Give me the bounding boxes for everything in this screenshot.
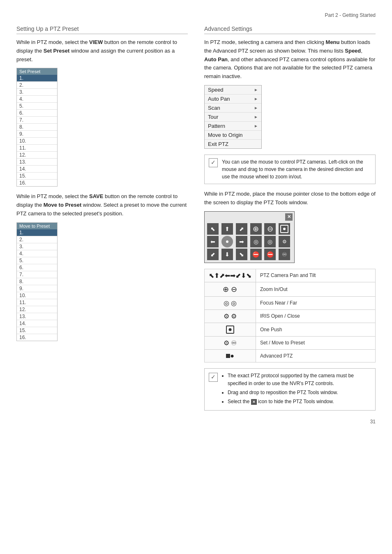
preset-item-2[interactable]: 2. bbox=[17, 82, 57, 89]
para2-right: While in PTZ mode, place the mouse point… bbox=[204, 190, 376, 207]
menu-label-pattern: Pattern bbox=[208, 123, 225, 129]
preset-item-11[interactable]: 11. bbox=[17, 145, 57, 152]
label-iris: IRIS Open / Close bbox=[256, 309, 376, 323]
preset-item-15[interactable]: 15. bbox=[17, 173, 57, 180]
preset-item-4[interactable]: 4. bbox=[17, 96, 57, 103]
ptz-btn-up[interactable]: ⬆ bbox=[221, 223, 233, 235]
bullet-note-box: ✓ The exact PTZ protocol supported by th… bbox=[204, 368, 376, 411]
preset-item-14[interactable]: 14. bbox=[17, 166, 57, 173]
ptz-btn-upleft[interactable]: ⬉ bbox=[207, 223, 219, 235]
menu-arrow-autopan: ► bbox=[254, 97, 258, 101]
label-preset: Set / Move to Preset bbox=[256, 336, 376, 349]
preset-item-13[interactable]: 13. bbox=[17, 159, 57, 166]
set-preset-box: Set Preset 1. 2. 3. 4. 5. 6. 7. 8. 9. 10… bbox=[16, 68, 58, 187]
ptz-btn-movepreset[interactable]: ♾ bbox=[279, 249, 290, 260]
move-preset-item-6[interactable]: 6. bbox=[17, 264, 57, 271]
x-icon-inline: ✕ bbox=[251, 399, 257, 405]
move-preset-item-16[interactable]: 16. bbox=[17, 334, 57, 341]
menu-item-movetoorigin[interactable]: Move to Origin bbox=[205, 131, 261, 140]
move-preset-item-14[interactable]: 14. bbox=[17, 320, 57, 327]
label-zoom: Zoom In/Out bbox=[256, 282, 376, 296]
preset-item-16[interactable]: 16. bbox=[17, 180, 57, 186]
icon-focus: ◎ ◎ bbox=[205, 296, 256, 309]
ptz-btn-zoomout[interactable]: ⊖ bbox=[264, 223, 276, 235]
label-focus: Focus Near / Far bbox=[256, 296, 376, 309]
icon-row-iris: ⚙ ⚙ IRIS Open / Close bbox=[205, 309, 376, 323]
icon-row-zoom: ⊕ ⊖ Zoom In/Out bbox=[205, 282, 376, 296]
ptz-btn-iris-close[interactable]: ⛔ bbox=[264, 249, 276, 260]
ptz-btn-upright[interactable]: ⬈ bbox=[236, 223, 247, 235]
icon-row-preset: ⚙ ♾ Set / Move to Preset bbox=[205, 336, 376, 349]
menu-item-scan[interactable]: Scan ► bbox=[205, 104, 261, 113]
menu-arrow-speed: ► bbox=[254, 88, 258, 92]
preset-item-10[interactable]: 10. bbox=[17, 138, 57, 145]
move-preset-item-4[interactable]: 4. bbox=[17, 250, 57, 257]
menu-item-pattern[interactable]: Pattern ► bbox=[205, 122, 261, 131]
preset-item-1[interactable]: 1. bbox=[17, 75, 57, 82]
menu-label-scan: Scan bbox=[208, 105, 220, 111]
preset-item-12[interactable]: 12. bbox=[17, 152, 57, 159]
move-preset-item-9[interactable]: 9. bbox=[17, 285, 57, 292]
menu-item-exitptz[interactable]: Exit PTZ bbox=[205, 140, 261, 148]
ptz-tools-window: ✕ ⬉ ⬆ ⬈ ⊕ ⊖ ⬅ ➡ ◎ bbox=[204, 211, 295, 263]
menu-item-speed[interactable]: Speed ► bbox=[205, 85, 261, 95]
ptz-btn-downright[interactable]: ⬊ bbox=[236, 249, 247, 260]
menu-item-autopan[interactable]: Auto Pan ► bbox=[205, 95, 261, 104]
move-preset-item-13[interactable]: 13. bbox=[17, 313, 57, 320]
ptz-btn-setpreset[interactable]: ⚙ bbox=[279, 236, 290, 247]
preset-item-5[interactable]: 5. bbox=[17, 103, 57, 110]
ptz-btn-right[interactable]: ➡ bbox=[236, 236, 247, 247]
icon-onepush bbox=[205, 323, 256, 336]
para1-left: While in PTZ mode, select the VIEW butto… bbox=[16, 38, 188, 64]
note-text-1: You can use the mouse to control PTZ cam… bbox=[222, 158, 371, 180]
icon-pantilt: ⬉⬆⬈⬅➡⬋⬇⬊ bbox=[205, 269, 256, 282]
move-preset-item-7[interactable]: 7. bbox=[17, 271, 57, 278]
preset-item-3[interactable]: 3. bbox=[17, 89, 57, 96]
move-preset-item-11[interactable]: 11. bbox=[17, 299, 57, 306]
move-preset-item-5[interactable]: 5. bbox=[17, 257, 57, 264]
menu-arrow-pattern: ► bbox=[254, 124, 258, 128]
move-preset-item-15[interactable]: 15. bbox=[17, 327, 57, 334]
preset-item-8[interactable]: 8. bbox=[17, 124, 57, 131]
para2-left: While in PTZ mode, select the SAVE butto… bbox=[16, 192, 188, 218]
page-number: 31 bbox=[16, 419, 376, 425]
preset-item-7[interactable]: 7. bbox=[17, 117, 57, 124]
ptz-btn-focusnear[interactable]: ◎ bbox=[250, 236, 262, 247]
move-preset-item-1[interactable]: 1. bbox=[17, 229, 57, 236]
move-preset-item-10[interactable]: 10. bbox=[17, 292, 57, 299]
preset-item-6[interactable]: 6. bbox=[17, 110, 57, 117]
section-title-left: Setting Up a PTZ Preset bbox=[16, 25, 188, 34]
ptz-btn-focusfar[interactable]: ◎ bbox=[264, 236, 276, 247]
bullet-list: The exact PTZ protocol supported by the … bbox=[222, 372, 371, 407]
move-preset-header: Move to Preset bbox=[17, 223, 57, 229]
bullet-3: Select the ✕ icon to hide the PTZ Tools … bbox=[228, 398, 371, 406]
ptz-btn-zoomin[interactable]: ⊕ bbox=[250, 223, 262, 235]
bullet-2: Drag and drop to reposition the PTZ Tool… bbox=[228, 389, 371, 397]
move-preset-item-12[interactable]: 12. bbox=[17, 306, 57, 313]
move-preset-item-8[interactable]: 8. bbox=[17, 278, 57, 285]
section-title-right: Advanced Settings bbox=[204, 25, 376, 34]
menu-item-tour[interactable]: Tour ► bbox=[205, 113, 261, 122]
icon-row-advanced: ● Advanced PTZ bbox=[205, 349, 376, 362]
icon-reference-table: ⬉⬆⬈⬅➡⬋⬇⬊ PTZ Camera Pan and Tilt ⊕ ⊖ Zoo… bbox=[204, 269, 376, 362]
ptz-btn-onepush[interactable] bbox=[279, 223, 290, 235]
note-box-1: ✓ You can use the mouse to control PTZ c… bbox=[204, 155, 376, 184]
ptz-btn-down[interactable]: ⬇ bbox=[221, 249, 233, 260]
icon-iris: ⚙ ⚙ bbox=[205, 309, 256, 323]
move-preset-item-3[interactable]: 3. bbox=[17, 243, 57, 250]
ptz-close-button[interactable]: ✕ bbox=[285, 213, 293, 221]
header-text: Part 2 - Getting Started bbox=[325, 12, 376, 18]
set-preset-header: Set Preset bbox=[17, 68, 57, 75]
ptz-btn-center[interactable] bbox=[221, 236, 233, 247]
ptz-btn-left[interactable]: ⬅ bbox=[207, 236, 219, 247]
preset-item-9[interactable]: 9. bbox=[17, 131, 57, 138]
label-pantilt: PTZ Camera Pan and Tilt bbox=[256, 269, 376, 282]
ptz-grid: ⬉ ⬆ ⬈ ⊕ ⊖ ⬅ ➡ ◎ ◎ ⚙ bbox=[206, 222, 293, 261]
ptz-btn-downleft[interactable]: ⬋ bbox=[207, 249, 219, 260]
advanced-menu-box: Speed ► Auto Pan ► Scan ► Tour ► Pattern… bbox=[204, 85, 262, 149]
menu-arrow-scan: ► bbox=[254, 106, 258, 110]
checkmark-icon-1: ✓ bbox=[209, 158, 218, 167]
move-preset-item-2[interactable]: 2. bbox=[17, 236, 57, 243]
ptz-btn-iris-open[interactable]: ⛔ bbox=[250, 249, 262, 260]
ptz-tools-titlebar: ✕ bbox=[206, 213, 293, 221]
